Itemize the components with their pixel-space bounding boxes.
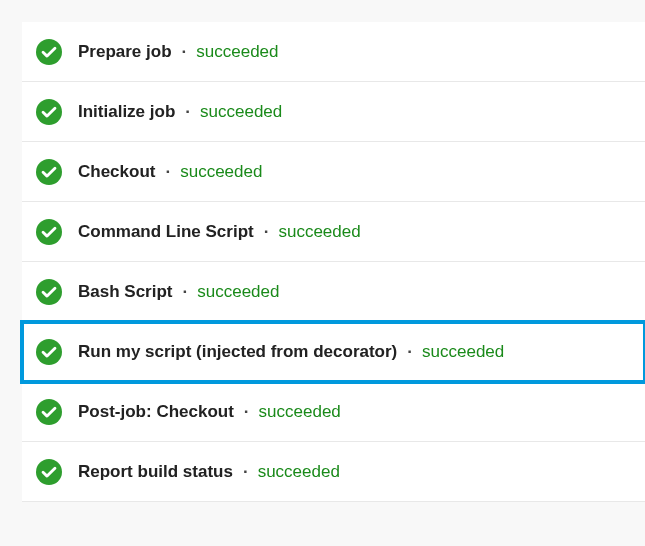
step-content: Command Line Script·succeeded bbox=[78, 222, 361, 242]
separator: · bbox=[165, 162, 170, 182]
step-status: succeeded bbox=[180, 162, 262, 182]
svg-point-2 bbox=[36, 159, 62, 185]
separator: · bbox=[185, 102, 190, 122]
step-row[interactable]: Prepare job·succeeded bbox=[22, 22, 645, 82]
step-row[interactable]: Command Line Script·succeeded bbox=[22, 202, 645, 262]
success-check-icon bbox=[36, 399, 62, 425]
svg-point-6 bbox=[36, 399, 62, 425]
step-name: Initialize job bbox=[78, 102, 175, 122]
step-status: succeeded bbox=[422, 342, 504, 362]
step-content: Run my script (injected from decorator)·… bbox=[78, 342, 504, 362]
success-check-icon bbox=[36, 219, 62, 245]
step-name: Report build status bbox=[78, 462, 233, 482]
svg-point-4 bbox=[36, 279, 62, 305]
step-status: succeeded bbox=[197, 282, 279, 302]
success-check-icon bbox=[36, 99, 62, 125]
step-name: Run my script (injected from decorator) bbox=[78, 342, 397, 362]
step-row[interactable]: Initialize job·succeeded bbox=[22, 82, 645, 142]
success-check-icon bbox=[36, 459, 62, 485]
step-content: Prepare job·succeeded bbox=[78, 42, 279, 62]
step-row[interactable]: Run my script (injected from decorator)·… bbox=[22, 322, 645, 382]
step-status: succeeded bbox=[200, 102, 282, 122]
step-content: Initialize job·succeeded bbox=[78, 102, 282, 122]
success-check-icon bbox=[36, 159, 62, 185]
separator: · bbox=[243, 462, 248, 482]
separator: · bbox=[182, 282, 187, 302]
step-content: Report build status·succeeded bbox=[78, 462, 340, 482]
step-status: succeeded bbox=[258, 462, 340, 482]
svg-point-0 bbox=[36, 39, 62, 65]
success-check-icon bbox=[36, 339, 62, 365]
step-status: succeeded bbox=[196, 42, 278, 62]
step-content: Bash Script·succeeded bbox=[78, 282, 279, 302]
separator: · bbox=[264, 222, 269, 242]
step-name: Bash Script bbox=[78, 282, 172, 302]
pipeline-step-list: Prepare job·succeededInitialize job·succ… bbox=[22, 22, 645, 502]
separator: · bbox=[182, 42, 187, 62]
step-status: succeeded bbox=[278, 222, 360, 242]
step-name: Checkout bbox=[78, 162, 155, 182]
svg-point-3 bbox=[36, 219, 62, 245]
step-content: Checkout·succeeded bbox=[78, 162, 262, 182]
step-name: Prepare job bbox=[78, 42, 172, 62]
step-row[interactable]: Report build status·succeeded bbox=[22, 442, 645, 502]
success-check-icon bbox=[36, 279, 62, 305]
step-name: Post-job: Checkout bbox=[78, 402, 234, 422]
step-row[interactable]: Bash Script·succeeded bbox=[22, 262, 645, 322]
step-status: succeeded bbox=[259, 402, 341, 422]
svg-point-7 bbox=[36, 459, 62, 485]
step-content: Post-job: Checkout·succeeded bbox=[78, 402, 341, 422]
step-row[interactable]: Checkout·succeeded bbox=[22, 142, 645, 202]
separator: · bbox=[407, 342, 412, 362]
step-row[interactable]: Post-job: Checkout·succeeded bbox=[22, 382, 645, 442]
svg-point-5 bbox=[36, 339, 62, 365]
success-check-icon bbox=[36, 39, 62, 65]
separator: · bbox=[244, 402, 249, 422]
svg-point-1 bbox=[36, 99, 62, 125]
step-name: Command Line Script bbox=[78, 222, 254, 242]
